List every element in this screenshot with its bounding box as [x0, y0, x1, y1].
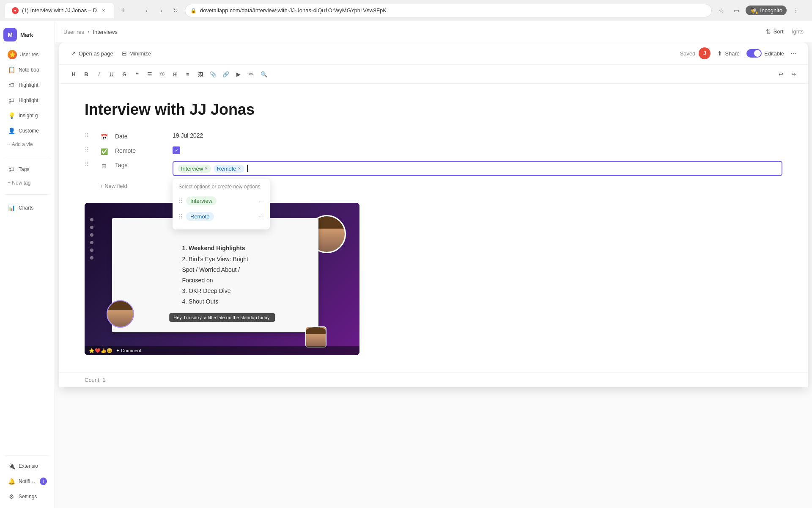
attachment-btn[interactable]: 📎	[207, 68, 219, 80]
sort-button[interactable]: ⇅ Sort	[760, 25, 789, 38]
link-btn[interactable]: 🔗	[220, 68, 232, 80]
highlights1-icon: 🏷	[8, 81, 15, 89]
sidebar-charts-section: 📊 Charts	[0, 198, 55, 218]
screen-text-list: 1. Weekend Highlights 2. Bird's Eye View…	[174, 235, 257, 315]
bold-btn[interactable]: B	[80, 68, 92, 80]
more-options-btn[interactable]: ⋮	[790, 5, 802, 17]
sidebar-item-insight-g[interactable]: 💡 Insight g	[3, 108, 52, 123]
reload-btn[interactable]: ↻	[170, 5, 181, 17]
underline-btn[interactable]: U	[106, 68, 118, 80]
remote-drag-handle[interactable]: ⠿	[85, 146, 93, 153]
format-toolbar: H B I U S ❝ ☰ ① ⊞ ≡ 🖼 📎 🔗 ▶ ✏ 🔍	[59, 65, 808, 84]
date-row: ⠿ 📅 Date 19 Jul 2022	[85, 132, 782, 141]
tag-chip-interview[interactable]: Interview ×	[178, 165, 211, 173]
forward-btn[interactable]: ›	[155, 5, 167, 17]
tags-drag-handle[interactable]: ⠿	[85, 161, 93, 168]
sidebar-label-tags: Tags	[19, 166, 29, 172]
share-btn[interactable]: ⬆ Share	[714, 48, 743, 58]
search-in-doc-btn[interactable]: 🔍	[258, 68, 270, 80]
sidebar-item-settings[interactable]: ⚙ Settings	[3, 489, 52, 504]
video-reaction-bar[interactable]: ⭐❤️👍😊 ✦ Comment	[85, 346, 359, 355]
lock-icon: 🔒	[190, 8, 197, 14]
date-drag-handle[interactable]: ⠿	[85, 132, 93, 139]
sidebar-item-notifications[interactable]: 🔔 Notificati 1	[3, 474, 52, 489]
undo-btn[interactable]: ↩	[775, 68, 787, 80]
sidebar-item-extensions[interactable]: 🔌 Extensio	[3, 459, 52, 473]
add-view-btn[interactable]: + Add a vie	[3, 139, 52, 150]
numbered-list-btn[interactable]: ①	[156, 68, 168, 80]
doc-title: Interview with JJ Jonas	[85, 101, 782, 119]
dropdown-drag-handle-1[interactable]: ⠿	[178, 198, 183, 204]
undo-redo-group: ↩ ↪	[775, 68, 799, 80]
screen-line-1: 1. Weekend Highlights	[182, 243, 248, 254]
browser-navigation: ‹ › ↻	[141, 5, 181, 17]
strikethrough-btn[interactable]: S	[118, 68, 130, 80]
dropdown-more-remote[interactable]: ···	[258, 213, 264, 221]
date-value[interactable]: 19 Jul 2022	[173, 132, 203, 139]
draw-btn[interactable]: ✏	[245, 68, 257, 80]
sidebar-item-user-res[interactable]: ⭐ User res	[3, 47, 52, 62]
new-tag-label: + New tag	[8, 180, 30, 186]
sidebar-label-customer: Custome	[19, 128, 39, 134]
count-label: Count	[85, 377, 99, 383]
image-btn[interactable]: 🖼	[195, 68, 206, 80]
video-toast: Hey, I'm sorry, a little late on the sta…	[169, 313, 275, 322]
redo-btn[interactable]: ↪	[787, 68, 799, 80]
dropdown-item-interview[interactable]: ⠿ Interview ···	[173, 193, 270, 209]
browser-tab[interactable]: ● (1) Interview with JJ Jonas – D ×	[5, 3, 114, 18]
toggle-switch[interactable]	[746, 49, 762, 58]
main-header-actions: ⇅ Sort ights	[760, 25, 804, 38]
back-btn[interactable]: ‹	[141, 5, 153, 17]
tags-row: ⠿ ⊞ Tags Interview × Re	[85, 161, 782, 176]
table-btn[interactable]: ⊞	[169, 68, 181, 80]
more-options-doc-btn[interactable]: ···	[787, 47, 799, 59]
sidebar-item-highlights1[interactable]: 🏷 Highlight	[3, 78, 52, 92]
dropdown-more-interview[interactable]: ···	[258, 197, 264, 205]
blockquote-btn[interactable]: ❝	[131, 68, 143, 80]
sidebar-label-extensions: Extensio	[19, 463, 38, 469]
remote-checkbox[interactable]: ✓	[173, 146, 180, 154]
dropdown-tag-remote[interactable]: Remote	[186, 212, 214, 221]
italic-btn[interactable]: I	[93, 68, 105, 80]
bullet-list-btn[interactable]: ☰	[144, 68, 156, 80]
bookmark-btn[interactable]: ☆	[715, 5, 727, 17]
tags-input[interactable]: Interview × Remote ×	[173, 161, 782, 176]
saved-badge: Saved	[680, 50, 695, 57]
sidebar-item-tags[interactable]: 🏷 Tags	[3, 162, 52, 177]
new-tab-button[interactable]: +	[117, 5, 129, 17]
address-bar[interactable]: 🔒 dovetailapp.com/data/Interview-with-JJ…	[185, 4, 712, 17]
new-field-btn[interactable]: + New field	[100, 181, 127, 191]
tag-remote-remove[interactable]: ×	[238, 166, 241, 171]
notification-badge: 1	[40, 478, 47, 485]
tags-input-container: Interview × Remote ×	[173, 161, 782, 176]
sidebar-item-note-boards[interactable]: 📋 Note boa	[3, 63, 52, 77]
open-as-page-btn[interactable]: ↗ Open as page	[68, 48, 117, 58]
new-tag-btn[interactable]: + New tag	[3, 177, 52, 188]
minimize-btn[interactable]: ⊟ Minimize	[118, 48, 154, 58]
sidebar-item-customer[interactable]: 👤 Custome	[3, 124, 52, 138]
add-view-label: + Add a vie	[8, 141, 33, 147]
screen-line-4: 4. Shout Outs	[182, 296, 248, 307]
dropdown-drag-handle-2[interactable]: ⠿	[178, 213, 183, 220]
tag-interview-remove[interactable]: ×	[205, 166, 208, 171]
workspace-name: Mark	[20, 32, 33, 38]
main-header: User res › Interviews ⇅ Sort ights	[55, 21, 812, 42]
sidebar-item-charts[interactable]: 📊 Charts	[3, 201, 52, 215]
tag-chip-remote[interactable]: Remote ×	[214, 165, 244, 173]
sidebar-item-highlights2[interactable]: 🏷 Highlight	[3, 93, 52, 108]
tab-title: (1) Interview with JJ Jonas – D	[22, 7, 97, 14]
incognito-badge[interactable]: 🕵 Incognito	[746, 6, 787, 15]
cast-btn[interactable]: ▭	[730, 5, 742, 17]
reaction-icons: ⭐❤️👍😊	[89, 348, 112, 353]
align-btn[interactable]: ≡	[182, 68, 194, 80]
remote-row: ⠿ ✅ Remote ✓	[85, 146, 782, 156]
dropdown-tag-interview[interactable]: Interview	[186, 196, 217, 205]
heading-btn[interactable]: H	[68, 68, 80, 80]
url-text: dovetailapp.com/data/Interview-with-JJ-J…	[200, 7, 387, 14]
tab-close-btn[interactable]: ×	[100, 7, 107, 14]
video-btn[interactable]: ▶	[233, 68, 244, 80]
count-value: 1	[102, 377, 105, 383]
editable-toggle[interactable]: Editable	[746, 49, 784, 58]
sidebar-divider-3	[5, 455, 49, 456]
dropdown-item-remote[interactable]: ⠿ Remote ···	[173, 209, 270, 224]
